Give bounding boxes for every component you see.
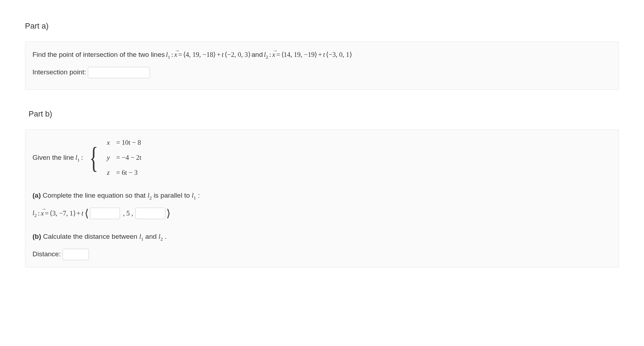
point: ⟨3, −7, 1⟩ [50, 207, 75, 220]
plus: + [77, 207, 81, 220]
t-var: t [222, 48, 223, 61]
vector-x: x [174, 48, 177, 61]
and-word: and [145, 233, 159, 240]
distance-input[interactable] [62, 249, 89, 260]
l2-dir: ⟨−3, 0, 1⟩ [326, 48, 352, 61]
var-y: y [104, 151, 112, 164]
left-brace-icon: { [90, 145, 99, 170]
sub-a-equation: l2 : x = ⟨3, −7, 1⟩ + t ⟨ , 5 , ⟩ [32, 207, 612, 220]
plus: + [318, 48, 322, 61]
part-a-heading: Part a) [25, 21, 619, 31]
rhs-x: = 10t − 8 [116, 136, 141, 149]
rhs-y: = −4 − 2t [116, 151, 141, 164]
text: is parallel to [154, 192, 192, 199]
vector-x: x [41, 207, 44, 220]
text: Complete the line equation so that [43, 192, 148, 199]
colon: : [81, 151, 83, 164]
sub-b-prompt: (b) Calculate the distance between l1 an… [32, 230, 612, 243]
given-line-row: Given the line l1 : { x = 10t − 8 y = −4… [32, 136, 612, 179]
given-prefix: Given the line [32, 151, 74, 164]
part-a-box: Find the point of intersection of the tw… [25, 41, 619, 90]
direction-component-3-input[interactable] [135, 208, 165, 219]
t-var: t [81, 207, 83, 220]
l1-dir: ⟨−2, 0, 3⟩ [225, 48, 250, 61]
l1-label: l1 [75, 151, 80, 164]
var-x: x [104, 136, 112, 149]
direction-component-1-input[interactable] [90, 208, 120, 219]
text: : [198, 192, 200, 199]
mid-value: , 5 , [123, 207, 134, 220]
period: . [165, 233, 166, 240]
sub-b-label: (b) [32, 233, 41, 240]
l1-label: l1 [192, 192, 196, 199]
part-b-box: Given the line l1 : { x = 10t − 8 y = −4… [25, 129, 619, 267]
l1-point: ⟨4, 19, −18⟩ [183, 48, 216, 61]
sub-a-label: (a) [32, 192, 41, 199]
sub-a-prompt: (a) Complete the line equation so that l… [32, 189, 612, 202]
text: Find the point of intersection of the tw… [32, 48, 165, 61]
system-row-y: y = −4 − 2t [104, 151, 144, 164]
colon: : [38, 207, 40, 220]
intersection-label: Intersection point: [32, 68, 88, 76]
system-row-x: x = 10t − 8 [104, 136, 144, 149]
var-z: z [104, 166, 112, 179]
colon: : [171, 48, 173, 61]
l2-point: ⟨14, 19, −19⟩ [281, 48, 317, 61]
l1-label: l1 [166, 48, 170, 61]
part-a-prompt: Find the point of intersection of the tw… [32, 48, 612, 61]
vector-x: x [272, 48, 275, 61]
plus: + [217, 48, 221, 61]
colon: : [269, 48, 271, 61]
distance-row: Distance: [32, 248, 612, 261]
t-var: t [323, 48, 325, 61]
distance-label: Distance: [32, 250, 62, 258]
system-row-z: z = 6t − 3 [104, 166, 144, 179]
intersection-input[interactable] [88, 67, 150, 78]
system-brace: { x = 10t − 8 y = −4 − 2t z = 6t − 3 [86, 136, 144, 179]
intersection-row: Intersection point: [32, 66, 612, 79]
l1-label: l1 [139, 233, 144, 240]
l2-label: l2 [32, 207, 37, 220]
l2-label: l2 [147, 192, 152, 199]
part-b-heading: Part b) [25, 109, 619, 119]
text: Calculate the distance between [43, 233, 139, 240]
rhs-z: = 6t − 3 [116, 166, 137, 179]
l2-label: l2 [159, 233, 163, 240]
l2-label: l2 [264, 48, 268, 61]
and-text: and [252, 48, 263, 61]
